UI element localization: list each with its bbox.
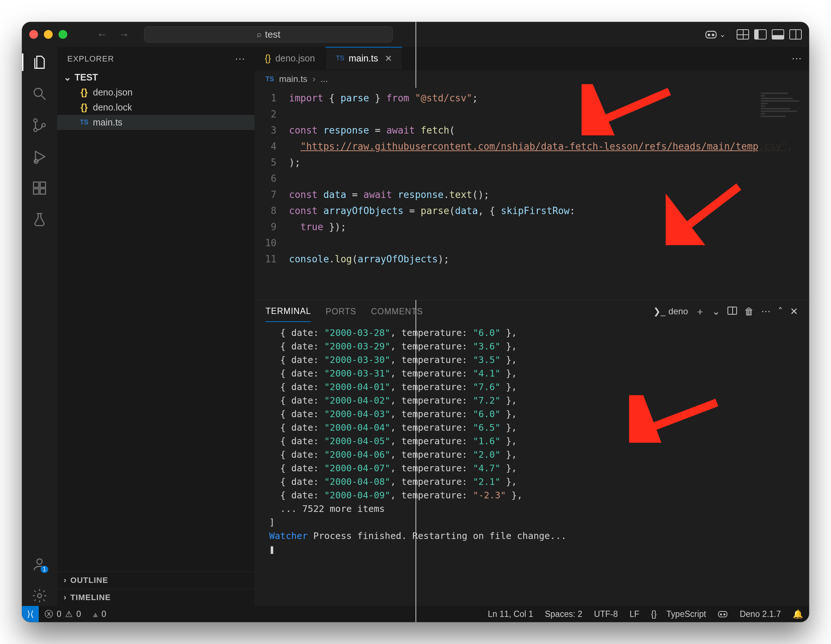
layout-controls <box>737 29 802 40</box>
settings-gear-icon[interactable] <box>29 585 50 606</box>
nav-back-icon[interactable]: ← <box>93 27 111 42</box>
svg-rect-11 <box>40 182 46 188</box>
extensions-icon[interactable] <box>29 178 50 198</box>
trash-icon[interactable]: 🗑 <box>744 306 754 317</box>
more-icon[interactable]: ⋯ <box>761 306 771 317</box>
close-window-icon[interactable] <box>29 30 38 39</box>
ts-icon: TS <box>266 75 274 83</box>
toggle-panel-icon[interactable] <box>772 29 784 40</box>
line-gutter: 1234567891011 <box>255 88 284 300</box>
svg-rect-9 <box>33 189 39 194</box>
tab-comments[interactable]: COMMENTS <box>371 301 423 322</box>
activity-bar: 1 <box>22 47 57 606</box>
svg-point-13 <box>38 594 42 598</box>
nav-forward-icon[interactable]: → <box>115 27 133 42</box>
file-label: deno.json <box>93 87 132 98</box>
svg-rect-8 <box>33 182 39 188</box>
radio-icon: ⟁ <box>93 609 98 619</box>
testing-icon[interactable] <box>29 209 50 230</box>
split-terminal-icon[interactable] <box>728 306 737 317</box>
timeline-section[interactable]: › TIMELINE <box>57 589 255 606</box>
folder-root[interactable]: ⌄ TEST <box>57 70 255 85</box>
svg-rect-0 <box>706 32 716 38</box>
new-terminal-icon[interactable]: ＋ <box>695 305 705 318</box>
sidebar-title: EXPLORER <box>67 54 114 64</box>
chevron-right-icon: › <box>312 74 315 84</box>
close-tab-icon[interactable]: ✕ <box>385 53 392 64</box>
encoding-status[interactable]: UTF-8 <box>588 609 624 619</box>
remote-indicator[interactable]: ⟩⟨ <box>22 606 39 622</box>
outline-section[interactable]: › OUTLINE <box>57 572 255 589</box>
chevron-up-icon[interactable]: ˄ <box>778 306 783 317</box>
chevron-down-icon[interactable]: ⌄ <box>712 306 720 317</box>
ports-status[interactable]: ⟁0 <box>87 609 112 619</box>
language-status[interactable]: {} TypeScript <box>645 609 712 619</box>
json-icon: {} <box>79 87 89 98</box>
bottom-panel: TERMINAL PORTS COMMENTS ❯_ deno ＋ ⌄ <box>255 300 809 606</box>
source-control-icon[interactable] <box>29 115 50 135</box>
ts-icon: TS <box>79 118 89 126</box>
copilot-status-icon[interactable] <box>712 610 734 618</box>
tab-deno-json[interactable]: {}deno.json <box>255 47 326 70</box>
nav-arrows: ← → <box>93 27 133 42</box>
code-editor[interactable]: 1234567891011 import { parse } from "@st… <box>255 88 809 300</box>
chevron-down-icon: ⌄ <box>720 30 726 39</box>
file-deno-json[interactable]: {}deno.json <box>57 85 255 100</box>
svg-rect-10 <box>40 189 46 194</box>
deno-status[interactable]: Deno 2.1.7 <box>734 609 787 619</box>
eol-status[interactable]: LF <box>624 609 645 619</box>
toggle-sidebar-icon[interactable] <box>754 29 767 40</box>
chevron-right-icon: › <box>64 575 67 585</box>
file-main-ts[interactable]: TSmain.ts <box>57 115 255 130</box>
svg-point-12 <box>37 559 43 564</box>
layout-customize-icon[interactable] <box>737 29 749 40</box>
chevron-right-icon: › <box>64 593 67 602</box>
terminal-output[interactable]: { date: "2000-03-28", temperature: "6.0"… <box>255 322 809 606</box>
svg-point-5 <box>33 128 37 131</box>
traffic-lights <box>29 30 67 39</box>
minimize-window-icon[interactable] <box>44 30 53 39</box>
accounts-icon[interactable]: 1 <box>29 554 50 574</box>
sidebar-more-icon[interactable]: ⋯ <box>235 53 246 65</box>
search-activity-icon[interactable] <box>29 83 50 104</box>
command-center[interactable]: ⌕ test <box>144 26 393 43</box>
json-icon: {} <box>79 102 89 113</box>
code-content[interactable]: import { parse } from "@std/csv"; const … <box>284 88 809 300</box>
warning-icon: ⚠ <box>65 609 73 619</box>
ts-icon: TS <box>336 54 344 62</box>
close-panel-icon[interactable]: ✕ <box>790 306 798 317</box>
maximize-window-icon[interactable] <box>59 30 67 39</box>
breadcrumb[interactable]: TS main.ts › ... <box>255 70 809 88</box>
file-label: main.ts <box>93 117 123 128</box>
editor-tabs: {}deno.jsonTSmain.ts✕ ⋯ <box>255 47 809 70</box>
explorer-icon[interactable] <box>29 52 50 72</box>
problems-status[interactable]: ⓧ0 ⚠0 <box>39 609 87 620</box>
terminal-icon: ❯_ <box>653 306 665 317</box>
accounts-badge: 1 <box>41 566 48 573</box>
search-icon: ⌕ <box>257 30 261 39</box>
indent-status[interactable]: Spaces: 2 <box>539 609 588 619</box>
svg-point-3 <box>34 88 42 96</box>
svg-point-15 <box>721 614 722 615</box>
minimap[interactable] <box>758 88 809 300</box>
file-deno-lock[interactable]: {}deno.lock <box>57 100 255 115</box>
chevron-down-icon: ⌄ <box>64 72 71 83</box>
terminal-profile[interactable]: ❯_ deno <box>653 306 688 317</box>
cursor-position[interactable]: Ln 11, Col 1 <box>482 609 539 619</box>
vscode-window: ← → ⌕ test ⌄ <box>22 22 809 622</box>
notifications-icon[interactable]: 🔔 <box>787 609 809 619</box>
svg-rect-14 <box>719 611 727 617</box>
run-debug-icon[interactable] <box>29 147 50 167</box>
copilot-icon[interactable]: ⌄ <box>705 29 726 40</box>
search-text: test <box>265 29 280 40</box>
split-editor-icon[interactable] <box>773 54 784 63</box>
tab-terminal[interactable]: TERMINAL <box>266 301 311 322</box>
tab-ports[interactable]: PORTS <box>326 301 356 322</box>
editor-more-icon[interactable]: ⋯ <box>791 52 802 64</box>
folder-name: TEST <box>75 72 98 83</box>
json-icon: {} <box>265 53 271 64</box>
tab-main-ts[interactable]: TSmain.ts✕ <box>326 47 403 70</box>
toggle-secondary-sidebar-icon[interactable] <box>789 29 802 40</box>
file-label: deno.lock <box>93 102 132 113</box>
svg-point-1 <box>708 34 710 36</box>
